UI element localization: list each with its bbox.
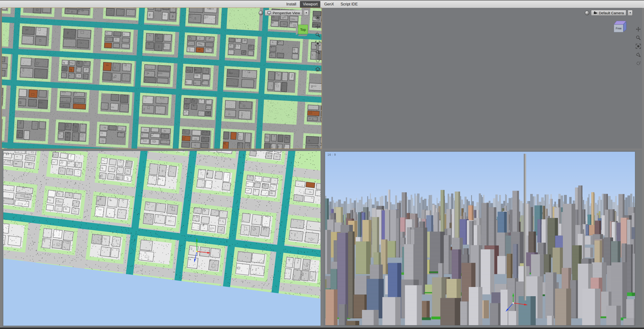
- viewcube-bottom-edge: [298, 34, 308, 36]
- aspect-ratio-label: 16 : 9: [328, 153, 336, 156]
- viewport-header-controls: Default Camera ▼: [585, 10, 632, 16]
- viewcube-left-edge: [296, 26, 298, 35]
- orbit-icon[interactable]: [636, 60, 641, 66]
- menubar-tabs: InstallViewportGenXScript IDE: [284, 0, 361, 8]
- field-of-view-icon[interactable]: [315, 49, 320, 55]
- viewcube-top-face[interactable]: Top: [298, 25, 308, 34]
- city-top-view-canvas[interactable]: [3, 151, 320, 326]
- city-top-view-canvas[interactable]: [2, 8, 322, 148]
- monitor-icon: [267, 11, 271, 15]
- viewport-top-right[interactable]: Default Camera ▼ Free: [323, 8, 642, 148]
- pan-icon[interactable]: [315, 24, 320, 29]
- viewport-top-left[interactable]: Perspective View ▼ Top: [2, 8, 322, 148]
- zoom-icon[interactable]: [636, 35, 641, 40]
- view-selector-dropdown-arrow[interactable]: ▼: [304, 10, 309, 16]
- camera-selector-button[interactable]: Default Camera: [591, 10, 626, 16]
- orbit-icon[interactable]: [315, 58, 320, 64]
- field-of-view-icon[interactable]: [636, 52, 641, 58]
- viewcube[interactable]: Free: [612, 21, 628, 36]
- camera-selector-dropdown-arrow[interactable]: ▼: [628, 10, 632, 16]
- camera-selector-label: Default Camera: [599, 11, 624, 15]
- camera-frame: 16 : 9: [325, 152, 635, 325]
- camera-frame: 16 : 9: [3, 151, 320, 326]
- camera-icon: [594, 11, 598, 15]
- empty-viewport-background[interactable]: [323, 8, 642, 148]
- view-selector-button[interactable]: Perspective View: [265, 10, 302, 16]
- view-selector-label: Perspective View: [272, 11, 300, 15]
- zoom-icon[interactable]: [315, 32, 320, 38]
- viewport-tool-column: [636, 26, 641, 66]
- city-3d-view-canvas[interactable]: [325, 152, 635, 325]
- viewport-header-controls: Perspective View ▼: [258, 10, 309, 16]
- menu-tab-script-ide[interactable]: Script IDE: [338, 1, 360, 8]
- shading-mode-icon[interactable]: [258, 11, 263, 15]
- viewport-bottom-right[interactable]: 16 : 9: [323, 150, 642, 328]
- zoom-extents-icon[interactable]: [315, 40, 320, 46]
- viewcube-front-face[interactable]: Free: [614, 24, 623, 32]
- aspect-ratio-label: 16 : 9: [6, 152, 14, 156]
- viewport-tool-column: [315, 15, 320, 72]
- menu-tab-viewport[interactable]: Viewport: [300, 1, 320, 8]
- menu-tab-install[interactable]: Install: [284, 1, 299, 8]
- home-icon[interactable]: [315, 66, 320, 72]
- viewport-bottom-left[interactable]: 16 : 9: [2, 150, 322, 328]
- zoom-extents-icon[interactable]: [636, 44, 641, 49]
- shading-mode-icon[interactable]: [585, 11, 590, 15]
- menubar: InstallViewportGenXScript IDE: [0, 0, 644, 8]
- pan-icon[interactable]: [636, 26, 641, 32]
- viewcube-face-label: Top: [300, 28, 306, 32]
- select-axes-icon[interactable]: [315, 15, 320, 21]
- menu-tab-genx[interactable]: GenX: [321, 1, 337, 8]
- viewcube-face-label: Free: [616, 27, 622, 30]
- window-bottom-edge: [0, 328, 644, 329]
